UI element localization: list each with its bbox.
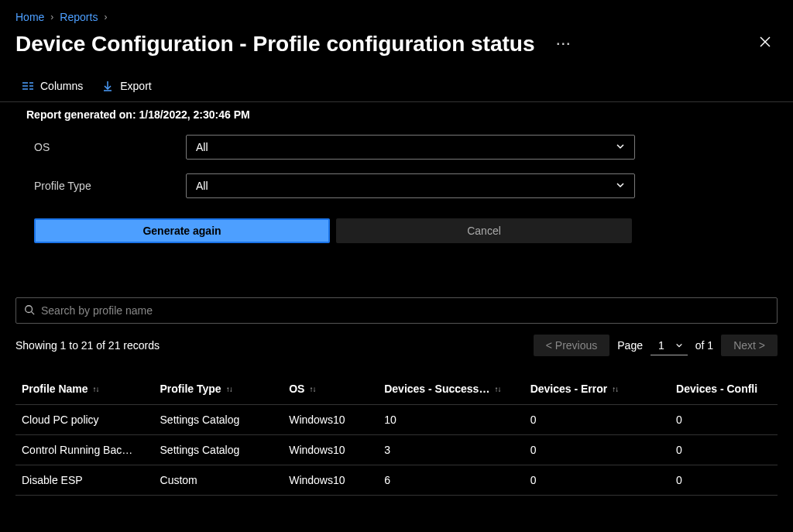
sort-icon: ↑↓ — [309, 385, 315, 393]
chevron-right-icon: › — [104, 12, 107, 22]
action-buttons: Generate again Cancel — [0, 212, 793, 243]
next-button[interactable]: Next > — [721, 335, 778, 356]
search-input[interactable] — [41, 304, 769, 317]
sort-icon: ↑↓ — [93, 385, 99, 393]
filters: OS All Profile Type All — [0, 135, 793, 198]
columns-icon — [22, 80, 34, 92]
col-profile-name-label: Profile Name — [22, 383, 88, 395]
svg-point-10 — [26, 305, 33, 312]
close-button[interactable] — [753, 29, 778, 58]
os-select[interactable]: All — [186, 135, 635, 160]
table-row[interactable]: Disable ESP Custom Windows10 6 0 0 — [15, 465, 778, 496]
cell-devices-conflict: 0 — [670, 474, 778, 486]
cell-profile-type: Custom — [154, 474, 283, 486]
col-devices-conflict-label: Devices - Confli — [676, 383, 757, 395]
cell-profile-name: Control Running Bac… — [15, 444, 154, 456]
cell-devices-success: 3 — [378, 444, 524, 456]
results-table: Profile Name ↑↓ Profile Type ↑↓ OS ↑↓ De… — [15, 376, 778, 496]
col-profile-name[interactable]: Profile Name ↑↓ — [15, 383, 154, 395]
report-generated-value: 1/18/2022, 2:30:46 PM — [139, 108, 249, 121]
col-profile-type-label: Profile Type — [160, 383, 221, 395]
cell-devices-conflict: 0 — [670, 444, 778, 456]
sort-icon: ↑↓ — [612, 385, 618, 393]
chevron-down-icon — [675, 339, 683, 352]
col-devices-conflict[interactable]: Devices - Confli — [670, 383, 778, 395]
chevron-right-icon: › — [50, 12, 53, 22]
sort-icon: ↑↓ — [226, 385, 232, 393]
generate-again-button[interactable]: Generate again — [34, 218, 330, 243]
search-bar — [15, 297, 778, 324]
records-row: Showing 1 to 21 of 21 records < Previous… — [0, 324, 793, 362]
pager: < Previous Page 1 of 1 Next > — [534, 335, 778, 356]
profile-type-value: All — [196, 180, 208, 192]
records-count: Showing 1 to 21 of 21 records — [15, 339, 160, 352]
table-row[interactable]: Cloud PC policy Settings Catalog Windows… — [15, 405, 778, 435]
profile-type-label: Profile Type — [34, 180, 186, 192]
toolbar: Columns Export — [0, 74, 793, 102]
col-devices-error[interactable]: Devices - Error ↑↓ — [524, 383, 670, 395]
cell-os: Windows10 — [283, 444, 378, 456]
columns-button[interactable]: Columns — [22, 80, 83, 92]
col-os-label: OS — [289, 383, 304, 395]
filter-row-os: OS All — [34, 135, 778, 160]
search-icon — [24, 304, 35, 317]
title-bar: Device Configuration - Profile configura… — [0, 29, 793, 74]
filter-row-profile-type: Profile Type All — [34, 173, 778, 198]
sort-icon: ↑↓ — [494, 385, 500, 393]
close-icon — [759, 36, 771, 51]
cell-devices-error: 0 — [524, 474, 670, 486]
cell-profile-name: Disable ESP — [15, 474, 154, 486]
cell-devices-conflict: 0 — [670, 414, 778, 426]
page-select[interactable]: 1 — [651, 336, 688, 355]
table-header: Profile Name ↑↓ Profile Type ↑↓ OS ↑↓ De… — [15, 376, 778, 405]
export-button[interactable]: Export — [101, 80, 151, 92]
cell-devices-success: 6 — [378, 474, 524, 486]
cancel-button[interactable]: Cancel — [336, 218, 632, 243]
table-row[interactable]: Control Running Bac… Settings Catalog Wi… — [15, 435, 778, 465]
cell-profile-name: Cloud PC policy — [15, 414, 154, 426]
more-icon[interactable]: ··· — [557, 37, 572, 51]
columns-label: Columns — [40, 80, 83, 92]
col-devices-success[interactable]: Devices - Success… ↑↓ — [378, 383, 524, 395]
col-devices-success-label: Devices - Success… — [384, 383, 489, 395]
report-generated-on: Report generated on: 1/18/2022, 2:30:46 … — [0, 102, 793, 135]
cell-devices-error: 0 — [524, 414, 670, 426]
cell-profile-type: Settings Catalog — [154, 414, 283, 426]
chevron-down-icon — [616, 180, 625, 192]
previous-button[interactable]: < Previous — [534, 335, 610, 356]
page-of-text: of 1 — [695, 339, 713, 352]
chevron-down-icon — [616, 141, 625, 153]
page-label: Page — [617, 339, 643, 352]
breadcrumb: Home › Reports › — [0, 0, 793, 29]
download-icon — [101, 80, 114, 92]
col-os[interactable]: OS ↑↓ — [283, 383, 378, 395]
export-label: Export — [120, 80, 151, 92]
os-value: All — [196, 141, 208, 153]
cell-devices-success: 10 — [378, 414, 524, 426]
breadcrumb-home[interactable]: Home — [15, 11, 44, 23]
cell-os: Windows10 — [283, 414, 378, 426]
cell-os: Windows10 — [283, 474, 378, 486]
col-devices-error-label: Devices - Error — [530, 383, 608, 395]
breadcrumb-reports[interactable]: Reports — [60, 11, 98, 23]
cell-devices-error: 0 — [524, 444, 670, 456]
page-value: 1 — [658, 339, 664, 352]
report-generated-label: Report generated on: — [26, 108, 136, 121]
svg-line-11 — [32, 311, 35, 314]
cell-profile-type: Settings Catalog — [154, 444, 283, 456]
col-profile-type[interactable]: Profile Type ↑↓ — [154, 383, 283, 395]
os-label: OS — [34, 141, 186, 153]
page-title: Device Configuration - Profile configura… — [15, 32, 753, 57]
page-title-text: Device Configuration - Profile configura… — [15, 32, 535, 57]
profile-type-select[interactable]: All — [186, 173, 635, 198]
